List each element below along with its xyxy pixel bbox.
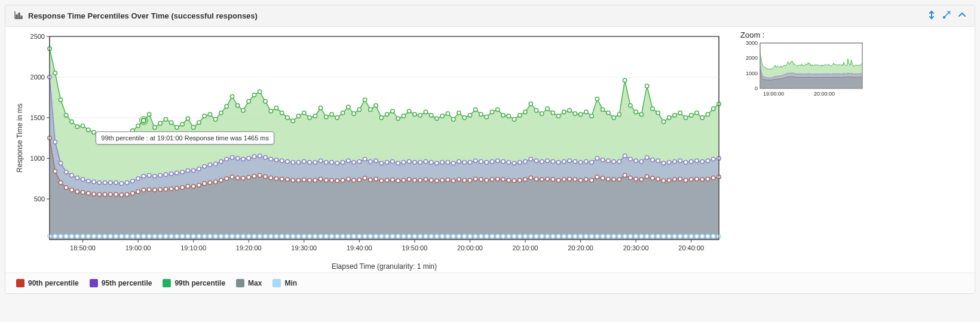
- svg-point-202: [219, 160, 223, 163]
- svg-point-137: [534, 109, 538, 112]
- svg-point-394: [607, 177, 610, 180]
- svg-point-298: [75, 190, 79, 194]
- legend-item[interactable]: Min: [272, 279, 297, 287]
- svg-point-88: [264, 100, 267, 103]
- svg-point-455: [269, 234, 272, 238]
- svg-point-538: [142, 118, 146, 122]
- svg-point-285: [678, 159, 682, 162]
- legend-item[interactable]: Max: [236, 279, 262, 287]
- legend-item[interactable]: 90th percentile: [16, 279, 79, 287]
- svg-point-70: [164, 118, 167, 121]
- legend-swatch: [16, 279, 24, 287]
- svg-point-89: [269, 109, 272, 113]
- svg-point-417: [59, 234, 62, 238]
- svg-point-182: [109, 181, 112, 185]
- svg-point-189: [147, 173, 151, 177]
- legend-item[interactable]: 95th percentile: [90, 279, 152, 287]
- svg-point-490: [463, 234, 466, 238]
- legend-swatch: [272, 279, 281, 287]
- svg-point-465: [324, 234, 328, 238]
- svg-point-457: [280, 234, 284, 238]
- svg-point-349: [357, 178, 361, 182]
- collapse-icon[interactable]: [958, 11, 966, 21]
- svg-point-248: [474, 159, 477, 162]
- svg-point-96: [308, 116, 311, 119]
- svg-point-217: [302, 160, 306, 163]
- svg-point-249: [479, 160, 483, 163]
- svg-point-493: [479, 234, 483, 238]
- svg-point-109: [379, 116, 383, 119]
- svg-point-145: [578, 112, 582, 116]
- svg-point-254: [507, 161, 510, 164]
- legend-label: 99th percentile: [174, 279, 225, 287]
- svg-point-342: [318, 177, 322, 180]
- svg-point-518: [617, 234, 621, 238]
- svg-point-524: [651, 234, 654, 238]
- svg-point-57: [92, 130, 96, 134]
- svg-point-277: [634, 159, 638, 162]
- svg-point-505: [546, 234, 549, 238]
- svg-point-422: [87, 234, 90, 238]
- svg-point-192: [164, 173, 167, 176]
- zoom-chart[interactable]: Zoom : 010002000300019:00:0020:00:00: [739, 30, 865, 102]
- svg-point-423: [92, 234, 96, 238]
- svg-point-160: [662, 120, 665, 124]
- svg-text:Response Time in ms: Response Time in ms: [16, 103, 24, 172]
- svg-point-339: [302, 178, 306, 182]
- svg-point-347: [347, 177, 350, 180]
- svg-point-185: [125, 181, 128, 185]
- svg-point-488: [452, 234, 455, 238]
- main-chart[interactable]: 500100015002000250018:50:0019:00:0019:10…: [14, 30, 725, 272]
- svg-point-346: [341, 179, 344, 182]
- svg-point-303: [103, 192, 106, 196]
- svg-point-474: [374, 234, 378, 238]
- svg-point-360: [418, 179, 422, 182]
- svg-point-459: [291, 234, 295, 238]
- svg-point-118: [429, 114, 433, 117]
- svg-point-265: [568, 159, 571, 162]
- svg-point-152: [617, 112, 621, 116]
- legend-label: 90th percentile: [28, 279, 79, 287]
- svg-point-124: [463, 116, 466, 119]
- svg-point-320: [197, 183, 201, 187]
- svg-point-257: [523, 160, 527, 163]
- svg-point-116: [418, 114, 422, 117]
- svg-point-523: [645, 234, 648, 238]
- legend-item[interactable]: 99th percentile: [163, 279, 225, 287]
- svg-point-168: [706, 112, 709, 116]
- svg-point-531: [690, 234, 693, 238]
- svg-point-84: [241, 109, 245, 112]
- svg-point-351: [369, 178, 372, 182]
- svg-point-492: [474, 234, 477, 238]
- svg-point-445: [213, 234, 217, 238]
- svg-point-313: [158, 188, 162, 191]
- svg-text:19:00:00: 19:00:00: [125, 244, 151, 252]
- svg-point-432: [142, 234, 145, 238]
- svg-point-156: [639, 112, 643, 116]
- svg-point-220: [318, 159, 322, 162]
- svg-point-289: [700, 160, 704, 163]
- svg-point-272: [607, 159, 610, 162]
- svg-text:19:10:00: 19:10:00: [180, 244, 206, 252]
- svg-point-204: [230, 155, 234, 159]
- expand-vertical-icon[interactable]: [928, 11, 935, 21]
- svg-point-506: [551, 234, 555, 238]
- svg-point-218: [308, 161, 311, 164]
- svg-point-103: [347, 105, 350, 109]
- svg-point-369: [468, 179, 471, 182]
- svg-point-306: [120, 193, 123, 197]
- svg-point-412: [706, 177, 709, 180]
- svg-rect-3: [19, 13, 20, 19]
- svg-point-85: [247, 100, 250, 103]
- svg-point-284: [673, 160, 676, 163]
- svg-point-238: [418, 161, 422, 164]
- svg-point-264: [562, 160, 566, 163]
- svg-point-424: [97, 234, 101, 238]
- settings-icon[interactable]: [942, 11, 951, 21]
- svg-point-176: [75, 176, 79, 179]
- svg-point-205: [236, 157, 240, 160]
- svg-point-141: [556, 114, 560, 118]
- svg-text:20:10:00: 20:10:00: [513, 244, 538, 252]
- svg-point-421: [81, 234, 84, 238]
- svg-point-393: [601, 176, 604, 180]
